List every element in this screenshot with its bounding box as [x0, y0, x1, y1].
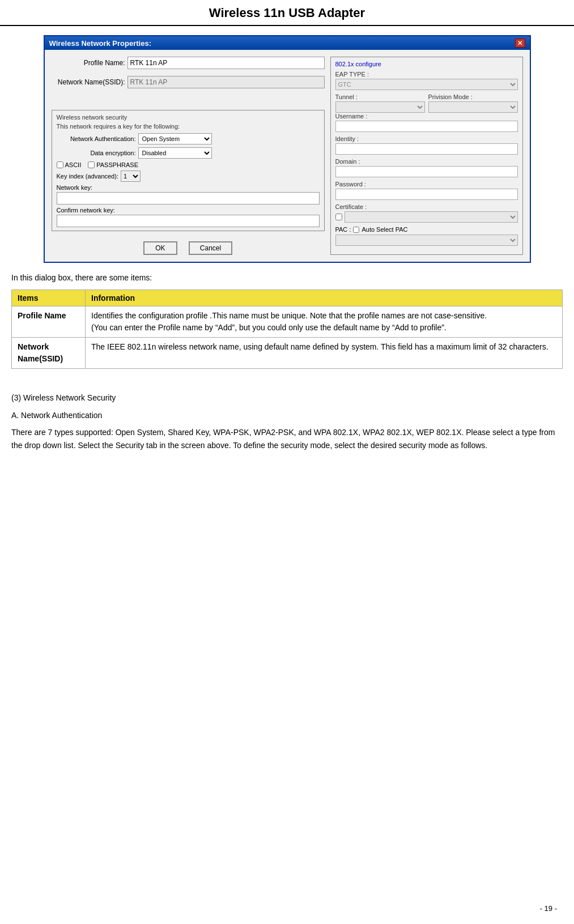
security-box-title: Wireless network security: [57, 114, 320, 121]
pac-label: PAC :: [335, 226, 351, 233]
section3-body: There are 7 types supported: Open System…: [11, 426, 563, 452]
network-name-item: NetworkName(SSID): [12, 338, 86, 369]
passphrase-checkbox-item: PASSPHRASE: [88, 161, 138, 168]
key-index-select[interactable]: 1 2 3 4: [121, 171, 141, 182]
passphrase-checkbox[interactable]: [88, 161, 95, 168]
ascii-label: ASCII: [65, 161, 82, 168]
network-name-row: Network Name(SSID):: [52, 76, 325, 88]
key-index-row: Key index (advanced): 1 2 3 4: [57, 171, 320, 182]
certificate-row: Certificate :: [335, 203, 518, 223]
auto-select-pac-checkbox[interactable]: [353, 227, 359, 233]
data-encryption-label: Data encryption:: [57, 150, 136, 156]
tunnel-provision-row: Tunnel : Privision Mode :: [335, 93, 518, 113]
profile-name-input[interactable]: [127, 57, 325, 69]
tunnel-label: Tunnel :: [335, 93, 425, 100]
identity-row: Identity :: [335, 135, 518, 155]
section3-text: (3) Wireless Network Security A. Network…: [11, 374, 563, 452]
right-panel-title: 802.1x configure: [335, 61, 518, 67]
network-name-input[interactable]: [127, 76, 325, 88]
domain-label: Domain :: [335, 158, 518, 165]
profile-name-info: Identifies the configuration profile .Th…: [86, 306, 563, 338]
info-table: Items Information Profile Name Identifie…: [11, 289, 563, 369]
identity-input[interactable]: [335, 143, 518, 155]
certificate-label: Certificate :: [335, 203, 518, 210]
confirm-key-label: Confirm network key:: [57, 207, 320, 214]
security-box: Wireless network security This network r…: [52, 110, 325, 231]
section3-sub-a: A. Network Authentication: [11, 409, 563, 421]
network-auth-select[interactable]: Open System Shared Key WPA-PSK WPA2-PSK …: [138, 133, 212, 144]
section3-heading: (3) Wireless Network Security: [11, 391, 563, 404]
eap-type-row: EAP TYPE : GTC PEAP TLS TTLS: [335, 71, 518, 90]
domain-input[interactable]: [335, 166, 518, 177]
dialog-buttons: OK Cancel: [52, 241, 325, 255]
tunnel-select[interactable]: [335, 101, 425, 113]
pac-row: PAC : Auto Select PAC: [335, 226, 518, 246]
key-index-label: Key index (advanced):: [57, 173, 118, 180]
password-input[interactable]: [335, 189, 518, 200]
domain-row: Domain :: [335, 158, 518, 177]
certificate-select[interactable]: [345, 211, 518, 223]
cancel-button[interactable]: Cancel: [189, 241, 232, 255]
win-dialog: Wireless Network Properties: ✕ Profile N…: [44, 35, 531, 263]
provision-mode-select[interactable]: [428, 101, 518, 113]
network-auth-label: Network Authentication:: [57, 135, 136, 142]
page-header: Wireless 11n USB Adapter: [0, 0, 574, 26]
right-panel: 802.1x configure EAP TYPE : GTC PEAP TLS…: [330, 57, 523, 255]
confirm-key-input[interactable]: [57, 215, 320, 227]
pac-inner-row: PAC : Auto Select PAC: [335, 226, 518, 233]
dialog-section: Wireless Network Properties: ✕ Profile N…: [11, 35, 563, 263]
network-key-label: Network key:: [57, 184, 320, 191]
dialog-body: Profile Name: Network Name(SSID): Wirele…: [45, 50, 530, 262]
table-header-row: Items Information: [12, 290, 563, 306]
ok-button[interactable]: OK: [143, 241, 177, 255]
col-info-header: Information: [86, 290, 563, 306]
page-title: Wireless 11n USB Adapter: [0, 6, 574, 20]
provision-mode-section: Privision Mode :: [428, 93, 518, 113]
dialog-title: Wireless Network Properties:: [49, 39, 152, 48]
body-intro: In this dialog box, there are some items…: [11, 272, 563, 284]
network-name-info: The IEEE 802.11n wireless network name, …: [86, 338, 563, 369]
data-encryption-select[interactable]: Disabled WEP TKIP AES: [138, 147, 212, 159]
page-number: - 19 -: [540, 904, 557, 913]
network-key-input[interactable]: [57, 192, 320, 205]
close-button[interactable]: ✕: [515, 39, 525, 48]
auto-select-pac-label: Auto Select PAC: [362, 226, 407, 233]
profile-name-label: Profile Name:: [52, 59, 125, 67]
intro-text: In this dialog box, there are some items…: [11, 272, 563, 284]
table-row: Profile Name Identifies the configuratio…: [12, 306, 563, 338]
username-label: Username :: [335, 113, 518, 120]
password-row: Password :: [335, 181, 518, 200]
ascii-checkbox[interactable]: [57, 161, 63, 168]
profile-name-item: Profile Name: [12, 306, 86, 338]
eap-type-label: EAP TYPE :: [335, 71, 518, 78]
table-row: NetworkName(SSID) The IEEE 802.11n wirel…: [12, 338, 563, 369]
network-name-label: Network Name(SSID):: [52, 78, 125, 86]
network-auth-row: Network Authentication: Open System Shar…: [57, 133, 320, 144]
data-encryption-row: Data encryption: Disabled WEP TKIP AES: [57, 147, 320, 159]
col-items-header: Items: [12, 290, 86, 306]
tunnel-left: Tunnel :: [335, 93, 425, 113]
password-label: Password :: [335, 181, 518, 188]
dialog-titlebar: Wireless Network Properties: ✕: [45, 36, 530, 50]
security-note: This network requires a key for the foll…: [57, 123, 320, 130]
encoding-checkbox-row: ASCII PASSPHRASE: [57, 161, 320, 168]
profile-name-row: Profile Name:: [52, 57, 325, 69]
eap-type-select[interactable]: GTC PEAP TLS TTLS: [335, 79, 518, 90]
ascii-checkbox-item: ASCII: [57, 161, 82, 168]
pac-select[interactable]: [335, 235, 518, 246]
provision-mode-label: Privision Mode :: [428, 93, 518, 100]
identity-label: Identity :: [335, 135, 518, 142]
username-row: Username :: [335, 113, 518, 132]
left-panel: Profile Name: Network Name(SSID): Wirele…: [52, 57, 325, 255]
username-input[interactable]: [335, 121, 518, 132]
passphrase-label: PASSPHRASE: [96, 161, 138, 168]
certificate-checkbox[interactable]: [335, 214, 342, 220]
